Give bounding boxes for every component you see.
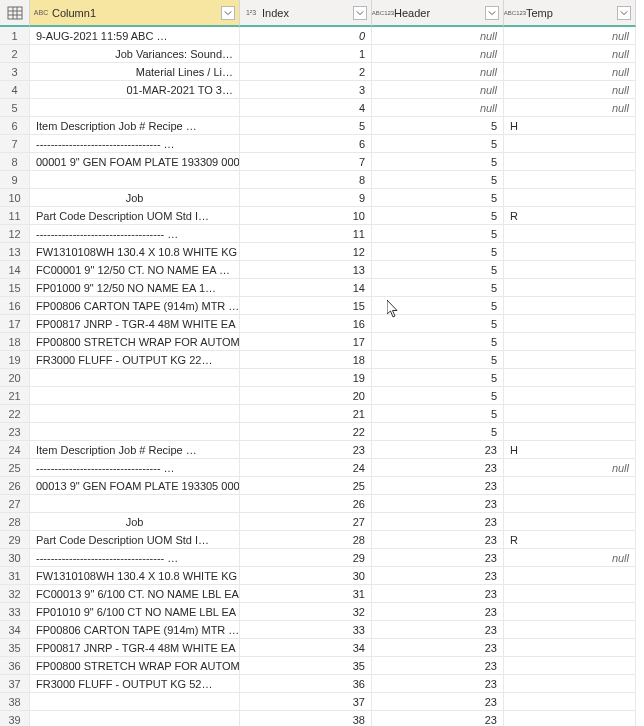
cell-temp[interactable] <box>504 333 636 351</box>
cell-index[interactable]: 26 <box>240 495 372 513</box>
cell-index[interactable]: 33 <box>240 621 372 639</box>
cell-temp[interactable]: null <box>504 63 636 81</box>
cell-index[interactable]: 3 <box>240 81 372 99</box>
row-number[interactable]: 9 <box>0 171 30 189</box>
cell-index[interactable]: 7 <box>240 153 372 171</box>
cell-temp[interactable] <box>504 351 636 369</box>
cell-header[interactable]: 5 <box>372 261 504 279</box>
cell-column1[interactable]: FP01000 9" 12/50 NO NAME EA 1… <box>30 279 240 297</box>
cell-temp[interactable] <box>504 513 636 531</box>
cell-column1[interactable]: Material Lines / Li… <box>30 63 240 81</box>
cell-index[interactable]: 2 <box>240 63 372 81</box>
cell-temp[interactable] <box>504 225 636 243</box>
row-number[interactable]: 28 <box>0 513 30 531</box>
cell-temp[interactable]: null <box>504 81 636 99</box>
cell-index[interactable]: 25 <box>240 477 372 495</box>
row-number[interactable]: 13 <box>0 243 30 261</box>
cell-column1[interactable]: 01-MAR-2021 TO 3… <box>30 81 240 99</box>
cell-index[interactable]: 9 <box>240 189 372 207</box>
row-number[interactable]: 20 <box>0 369 30 387</box>
cell-column1[interactable]: Item Description Job # Recipe … <box>30 441 240 459</box>
cell-temp[interactable] <box>504 189 636 207</box>
cell-column1[interactable]: ----------------------------------- … <box>30 225 240 243</box>
cell-temp[interactable] <box>504 675 636 693</box>
cell-header[interactable]: 23 <box>372 603 504 621</box>
cell-header[interactable]: 5 <box>372 117 504 135</box>
row-number[interactable]: 21 <box>0 387 30 405</box>
cell-column1[interactable]: Item Description Job # Recipe … <box>30 117 240 135</box>
cell-temp[interactable] <box>504 495 636 513</box>
cell-column1[interactable]: FC00001 9" 12/50 CT. NO NAME EA … <box>30 261 240 279</box>
cell-column1[interactable]: Part Code Description UOM Std I… <box>30 207 240 225</box>
cell-index[interactable]: 35 <box>240 657 372 675</box>
cell-temp[interactable] <box>504 657 636 675</box>
cell-header[interactable]: 23 <box>372 495 504 513</box>
cell-header[interactable]: 5 <box>372 333 504 351</box>
cell-header[interactable]: 5 <box>372 243 504 261</box>
cell-column1[interactable] <box>30 171 240 189</box>
row-number[interactable]: 36 <box>0 657 30 675</box>
cell-header[interactable]: 23 <box>372 513 504 531</box>
row-number[interactable]: 5 <box>0 99 30 117</box>
cell-temp[interactable] <box>504 621 636 639</box>
cell-header[interactable]: 5 <box>372 189 504 207</box>
cell-index[interactable]: 24 <box>240 459 372 477</box>
cell-column1[interactable] <box>30 405 240 423</box>
cell-index[interactable]: 30 <box>240 567 372 585</box>
column-filter-dropdown[interactable] <box>353 6 367 20</box>
cell-index[interactable]: 18 <box>240 351 372 369</box>
cell-header[interactable]: 5 <box>372 405 504 423</box>
row-number[interactable]: 26 <box>0 477 30 495</box>
cell-column1[interactable]: FR3000 FLUFF - OUTPUT KG 22… <box>30 351 240 369</box>
cell-temp[interactable]: H <box>504 117 636 135</box>
row-number-header[interactable] <box>0 0 30 27</box>
cell-header[interactable]: 23 <box>372 567 504 585</box>
row-number[interactable]: 34 <box>0 621 30 639</box>
cell-temp[interactable] <box>504 171 636 189</box>
row-number[interactable]: 27 <box>0 495 30 513</box>
cell-header[interactable]: 5 <box>372 387 504 405</box>
column-filter-dropdown[interactable] <box>221 6 235 20</box>
row-number[interactable]: 24 <box>0 441 30 459</box>
cell-index[interactable]: 37 <box>240 693 372 711</box>
cell-temp[interactable] <box>504 711 636 726</box>
row-number[interactable]: 35 <box>0 639 30 657</box>
cell-column1[interactable]: FW1310108WH 130.4 X 10.8 WHITE KG … <box>30 567 240 585</box>
row-number[interactable]: 29 <box>0 531 30 549</box>
cell-index[interactable]: 11 <box>240 225 372 243</box>
cell-column1[interactable]: 00013 9" GEN FOAM PLATE 193305 000… <box>30 477 240 495</box>
row-number[interactable]: 32 <box>0 585 30 603</box>
row-number[interactable]: 8 <box>0 153 30 171</box>
cell-column1[interactable]: FP00817 JNRP - TGR-4 48M WHITE EA … <box>30 639 240 657</box>
cell-index[interactable]: 28 <box>240 531 372 549</box>
cell-header[interactable]: 5 <box>372 279 504 297</box>
cell-temp[interactable] <box>504 423 636 441</box>
cell-temp[interactable] <box>504 297 636 315</box>
row-number[interactable]: 18 <box>0 333 30 351</box>
cell-temp[interactable]: R <box>504 531 636 549</box>
cell-index[interactable]: 10 <box>240 207 372 225</box>
row-number[interactable]: 16 <box>0 297 30 315</box>
cell-header[interactable]: 5 <box>372 423 504 441</box>
cell-index[interactable]: 6 <box>240 135 372 153</box>
row-number[interactable]: 31 <box>0 567 30 585</box>
cell-column1[interactable]: FP00806 CARTON TAPE (914m) MTR … <box>30 297 240 315</box>
cell-column1[interactable]: ---------------------------------- … <box>30 459 240 477</box>
cell-column1[interactable]: ---------------------------------- … <box>30 135 240 153</box>
cell-index[interactable]: 22 <box>240 423 372 441</box>
cell-column1[interactable] <box>30 495 240 513</box>
row-number[interactable]: 19 <box>0 351 30 369</box>
cell-temp[interactable] <box>504 405 636 423</box>
cell-index[interactable]: 17 <box>240 333 372 351</box>
cell-header[interactable]: 5 <box>372 297 504 315</box>
cell-index[interactable]: 19 <box>240 369 372 387</box>
cell-index[interactable]: 13 <box>240 261 372 279</box>
cell-header[interactable]: 23 <box>372 585 504 603</box>
cell-index[interactable]: 23 <box>240 441 372 459</box>
cell-column1[interactable]: FC00013 9" 6/100 CT. NO NAME LBL EA … <box>30 585 240 603</box>
cell-header[interactable]: 23 <box>372 711 504 726</box>
cell-column1[interactable] <box>30 387 240 405</box>
cell-temp[interactable] <box>504 315 636 333</box>
cell-temp[interactable] <box>504 603 636 621</box>
cell-header[interactable]: 5 <box>372 171 504 189</box>
